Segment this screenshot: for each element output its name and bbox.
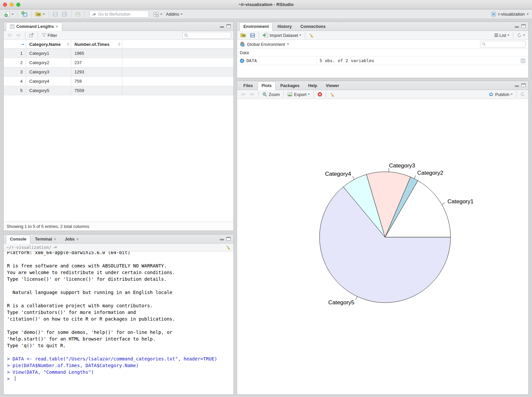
sort-ascending-icon <box>22 44 24 45</box>
open-file-button[interactable] <box>34 11 46 17</box>
refresh-plot-button[interactable] <box>519 91 526 97</box>
close-icon[interactable]: × <box>76 238 79 241</box>
new-file-button[interactable] <box>3 11 15 18</box>
tab-console[interactable]: Console <box>6 235 30 244</box>
tab-connections[interactable]: Connections <box>296 23 330 31</box>
tab-history[interactable]: History <box>273 23 296 31</box>
sort-toggle-icon[interactable] <box>67 43 69 46</box>
goto-directory-icon[interactable] <box>53 246 58 249</box>
console-line: Type 'contributors()' for more informati… <box>7 309 233 316</box>
toolbar-divider <box>49 11 49 18</box>
pie-label-tick <box>442 203 445 204</box>
previous-plot-button[interactable] <box>239 92 247 97</box>
table-row: 4 Category4 759 <box>4 77 233 86</box>
back-arrow-icon <box>7 33 12 37</box>
panes-layout-button[interactable] <box>152 11 163 18</box>
console-prompt-line[interactable]: > <box>7 375 233 382</box>
back-button[interactable] <box>6 33 13 38</box>
maximize-pane-icon[interactable] <box>226 24 231 28</box>
toolbar-divider <box>31 11 32 18</box>
new-project-button[interactable]: R <box>20 11 29 18</box>
refresh-environment-button[interactable] <box>516 32 526 38</box>
environment-entries: DATA 5 obs. of 2 variables <box>237 56 528 65</box>
console-line <box>7 256 233 262</box>
print-button[interactable] <box>74 11 82 18</box>
sort-toggle-icon[interactable] <box>118 43 121 46</box>
environment-search-box[interactable] <box>480 41 526 48</box>
popout-button[interactable] <box>28 32 35 38</box>
addins-button[interactable]: Addins <box>165 11 184 17</box>
clear-environment-button[interactable] <box>308 32 315 39</box>
row-number-cell: 1 <box>4 49 26 58</box>
table-icon <box>10 24 15 29</box>
project-selector[interactable]: R r-visualization <box>491 11 529 17</box>
minimize-pane-icon[interactable] <box>220 237 224 241</box>
maximize-pane-icon[interactable] <box>521 83 526 87</box>
number-of-times-cell: 237 <box>71 58 122 67</box>
table-search-box[interactable] <box>182 32 231 39</box>
close-icon[interactable]: × <box>56 25 58 28</box>
maximize-pane-icon[interactable] <box>521 24 526 28</box>
console-line: 'help.start()' for an HTML browser inter… <box>7 336 233 342</box>
tab-jobs[interactable]: Jobs × <box>61 235 83 243</box>
expand-object-icon[interactable] <box>240 58 244 63</box>
list-view-button[interactable]: List <box>493 32 510 39</box>
minimize-pane-icon[interactable] <box>515 24 519 28</box>
environment-entry[interactable]: DATA 5 obs. of 2 variables <box>237 56 528 65</box>
close-icon[interactable]: × <box>54 238 56 241</box>
row-number-header[interactable] <box>4 40 26 49</box>
save-workspace-button[interactable] <box>249 32 256 39</box>
main-toolbar: R Addins R r-visualization <box>0 10 532 19</box>
search-icon <box>184 33 188 37</box>
tab-command-lengths[interactable]: Command Lengths × <box>6 22 62 31</box>
working-directory[interactable]: ~/r-visualization/ <box>6 245 51 250</box>
environment-search-input[interactable] <box>487 42 524 47</box>
tab-files[interactable]: Files <box>239 82 257 90</box>
import-dataset-button[interactable]: Import Dataset <box>262 32 302 39</box>
minimize-pane-icon[interactable] <box>515 83 519 87</box>
clear-console-broom-icon[interactable] <box>226 245 231 250</box>
console-output[interactable]: Platform: x86_64-apple-darwin15.6.0 (64-… <box>4 251 233 395</box>
maximize-pane-icon[interactable] <box>226 237 231 241</box>
console-line: > pie(DATA$Number.of.Times, DATA$Categor… <box>7 362 233 369</box>
console-line: Type 'license()' or 'licence()' for dist… <box>7 276 233 282</box>
scope-selector[interactable]: Global Environment <box>247 42 285 47</box>
goto-file-input[interactable] <box>98 12 141 17</box>
forward-button[interactable] <box>15 33 22 38</box>
publish-label: Publish <box>495 92 509 97</box>
chevron-down-icon <box>511 94 513 95</box>
pie-label-category4: Category4 <box>325 171 351 177</box>
toolbar-divider <box>326 91 326 98</box>
console-line: R is free software and comes with ABSOLU… <box>7 262 233 269</box>
next-plot-button[interactable] <box>248 92 256 97</box>
clear-plots-button[interactable] <box>329 91 336 98</box>
publish-button[interactable]: Publish <box>487 91 514 98</box>
view-table-icon[interactable] <box>520 58 526 63</box>
console-lines: Platform: x86_64-apple-darwin15.6.0 (64-… <box>7 251 233 375</box>
filter-button[interactable]: Filter <box>41 32 58 39</box>
tab-terminal[interactable]: Terminal × <box>31 235 60 243</box>
tab-viewer[interactable]: Viewer <box>322 82 343 90</box>
load-workspace-button[interactable] <box>239 32 247 38</box>
minimize-pane-icon[interactable] <box>220 24 224 28</box>
chevron-down-icon <box>527 14 529 15</box>
tab-help[interactable]: Help <box>304 82 321 90</box>
table-search-input[interactable] <box>190 33 226 38</box>
goto-file-search[interactable] <box>89 11 149 18</box>
category-name-cell: Category4 <box>26 77 71 86</box>
save-button[interactable] <box>52 11 59 18</box>
tab-environment[interactable]: Environment <box>239 22 273 31</box>
column-header-number-of-times[interactable]: Number.of.Times <box>71 40 122 49</box>
remove-plot-button[interactable] <box>317 91 323 97</box>
save-all-button[interactable] <box>61 11 68 18</box>
tab-plots[interactable]: Plots <box>258 81 276 90</box>
tab-label: Command Lengths <box>16 24 54 29</box>
tab-packages[interactable]: Packages <box>276 82 304 90</box>
export-plot-button[interactable]: Export <box>286 91 311 98</box>
column-header-category-name[interactable]: Category.Name <box>26 40 71 49</box>
save-all-icon <box>62 12 67 17</box>
number-of-times-cell: 7559 <box>71 86 122 95</box>
zoom-plot-button[interactable]: Zoom <box>261 91 281 98</box>
open-folder-icon <box>35 12 42 17</box>
environment-scope-row: Global Environment <box>237 40 528 49</box>
